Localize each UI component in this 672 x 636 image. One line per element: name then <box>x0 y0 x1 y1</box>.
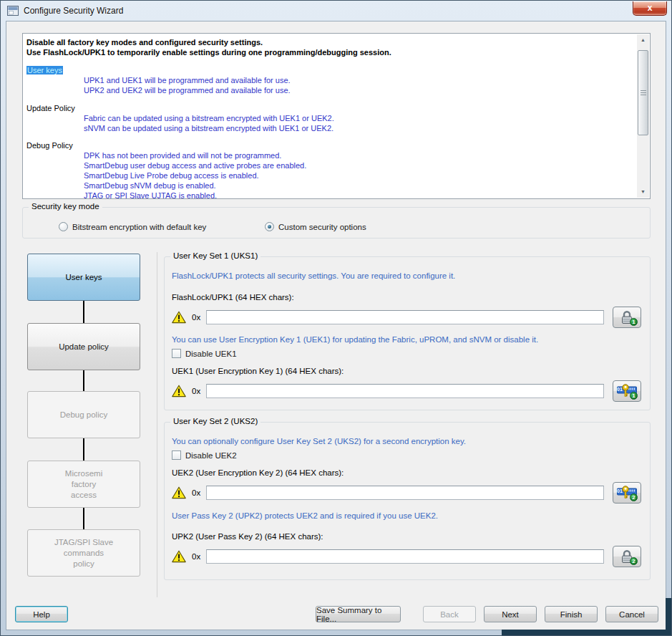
cancel-button[interactable]: Cancel <box>605 606 658 622</box>
upk1-hex-input[interactable] <box>206 310 604 324</box>
generate-uek1-button[interactable]: 01 1 <box>613 380 641 402</box>
badge-1: 1 <box>630 318 638 326</box>
update-policy-heading: Update Policy <box>26 103 633 113</box>
user-key-set-2-group: User Key Set 2 (UKS2) You can optionally… <box>164 422 651 580</box>
summary-line: SmartDebug sNVM debug is enabled. <box>26 180 633 191</box>
step-connector <box>83 370 84 391</box>
summary-line: DPK has not been provided and will not b… <box>26 150 633 160</box>
step-connector <box>83 301 84 323</box>
radio-icon[interactable] <box>265 222 274 231</box>
security-key-mode-label: Security key mode <box>29 202 102 211</box>
configure-security-wizard-dialog: Configure Security Wizard x Disable all … <box>0 0 672 636</box>
hex-prefix-label: 0x <box>192 552 200 561</box>
next-button[interactable]: Next <box>484 606 537 622</box>
window-edge-shadow <box>666 598 671 635</box>
generate-upk1-button[interactable]: 1 <box>613 307 641 328</box>
uek1-key-row: 0x 01 1 <box>172 380 641 402</box>
user-keys-heading-highlighted: User keys <box>26 66 63 74</box>
uek1-info-text: You can use User Encryption Key 1 (UEK1)… <box>172 335 641 344</box>
disable-uek2-checkbox-row[interactable]: Disable UEK2 <box>172 450 641 460</box>
step-connector <box>83 438 84 461</box>
scroll-up-icon[interactable]: ▲ <box>637 34 649 46</box>
hex-prefix-label: 0x <box>192 387 200 395</box>
summary-section-heading: User keys <box>26 65 633 75</box>
uek1-field-label: UEK1 (User Encryption Key 1) (64 HEX cha… <box>172 367 641 375</box>
close-button[interactable]: x <box>633 1 667 16</box>
radio-label: Bitstream encryption with default key <box>72 223 206 231</box>
panel-divider <box>157 252 157 597</box>
window-title: Configure Security Wizard <box>24 6 123 16</box>
warning-icon <box>172 486 186 499</box>
hex-prefix-label: 0x <box>192 313 200 322</box>
uks1-title: User Key Set 1 (UKS1) <box>170 251 260 260</box>
summary-line: JTAG or SPI Slave UJTAG is enabled. <box>26 191 633 198</box>
finish-button[interactable]: Finish <box>545 606 598 622</box>
uek2-field-label: UEK2 (User Encryption Key 2) (64 HEX cha… <box>172 468 641 477</box>
summary-bold-line: Use FlashLock/UPK1 to temporarily enable… <box>26 47 633 57</box>
uek2-key-row: 0x 01 2 <box>172 482 641 504</box>
badge-2: 2 <box>630 557 638 565</box>
summary-line: sNVM can be updated using a bitstream en… <box>26 123 633 133</box>
summary-line: SmartDebug Live Probe debug access is en… <box>26 170 633 180</box>
step-connector <box>83 508 84 529</box>
badge-2: 2 <box>630 493 638 501</box>
disable-uek2-label: Disable UEK2 <box>185 451 237 460</box>
summary-line: UPK2 and UEK2 will be programmed and ava… <box>26 85 633 95</box>
generate-uek2-button[interactable]: 01 2 <box>613 482 641 504</box>
window-icon <box>7 6 19 16</box>
warning-icon <box>172 385 186 398</box>
warning-icon <box>172 550 186 563</box>
scrollbar-thumb[interactable] <box>638 50 648 135</box>
disable-uek1-checkbox[interactable] <box>172 349 181 358</box>
disable-uek1-label: Disable UEK1 <box>185 350 237 358</box>
dialog-content: Disable all factory key modes and config… <box>6 21 666 630</box>
radio-custom-security-options[interactable]: Custom security options <box>265 222 366 231</box>
upk1-field-label: FlashLock/UPK1 (64 HEX chars): <box>172 293 641 302</box>
summary-line: UPK1 and UEK1 will be programmed and ava… <box>26 75 633 85</box>
upk2-info-text: User Pass Key 2 (UPK2) protects UEK2 and… <box>172 511 641 521</box>
scrollbar-grip-icon <box>641 90 646 96</box>
uek1-hex-input[interactable] <box>206 384 604 398</box>
upk2-field-label: UPK2 (User Pass Key 2) (64 HEX chars): <box>172 532 641 541</box>
step-user-keys[interactable]: User keys <box>27 254 140 301</box>
security-summary-text: Disable all factory key modes and config… <box>26 37 633 198</box>
summary-scrollbar[interactable]: ▲ ▼ <box>637 34 649 198</box>
disable-uek1-checkbox-row[interactable]: Disable UEK1 <box>172 349 641 358</box>
upk1-key-row: 0x 1 <box>172 307 641 328</box>
badge-1: 1 <box>630 392 638 400</box>
radio-bitstream-default-key[interactable]: Bitstream encryption with default key <box>59 222 206 231</box>
window-edge-shadow <box>502 630 671 635</box>
step-jtag-spi-slave-commands-policy: JTAG/SPI Slave commands policy <box>27 529 140 577</box>
step-debug-policy: Debug policy <box>27 391 140 438</box>
summary-line: Fabric can be updated using a bitstream … <box>26 113 633 123</box>
security-summary[interactable]: Disable all factory key modes and config… <box>22 33 651 199</box>
back-button: Back <box>423 606 476 622</box>
hex-prefix-label: 0x <box>192 488 200 497</box>
save-summary-to-file-button[interactable]: Save Summary to File... <box>316 606 401 622</box>
title-bar[interactable]: Configure Security Wizard <box>1 1 671 21</box>
uks2-info-text: You can optionally configure User Key Se… <box>172 437 641 446</box>
upk2-key-row: 0x 2 <box>172 546 641 567</box>
radio-icon[interactable] <box>59 222 68 231</box>
radio-label: Custom security options <box>278 223 366 231</box>
upk2-hex-input[interactable] <box>206 549 604 564</box>
upk1-info-text: FlashLock/UPK1 protects all security set… <box>172 271 641 281</box>
debug-policy-heading: Debug Policy <box>26 140 633 150</box>
summary-line: SmartDebug user debug access and active … <box>26 160 633 170</box>
binary-01-label: 01 <box>617 387 623 392</box>
step-microsemi-factory-access: Microsemi factory access <box>27 461 140 508</box>
summary-bold-line: Disable all factory key modes and config… <box>26 37 633 47</box>
step-update-policy[interactable]: Update policy <box>27 323 140 370</box>
warning-icon <box>172 311 186 324</box>
security-key-mode-group: Security key mode Bitstream encryption w… <box>22 207 651 238</box>
user-key-set-1-group: User Key Set 1 (UKS1) FlashLock/UPK1 pro… <box>164 256 651 410</box>
scroll-down-icon[interactable]: ▼ <box>637 186 649 198</box>
uek2-hex-input[interactable] <box>206 486 604 500</box>
disable-uek2-checkbox[interactable] <box>172 450 181 460</box>
help-button[interactable]: Help <box>15 606 68 622</box>
generate-upk2-button[interactable]: 2 <box>613 546 641 567</box>
uks2-title: User Key Set 2 (UKS2) <box>170 417 260 425</box>
binary-01-label: 01 <box>617 488 623 493</box>
